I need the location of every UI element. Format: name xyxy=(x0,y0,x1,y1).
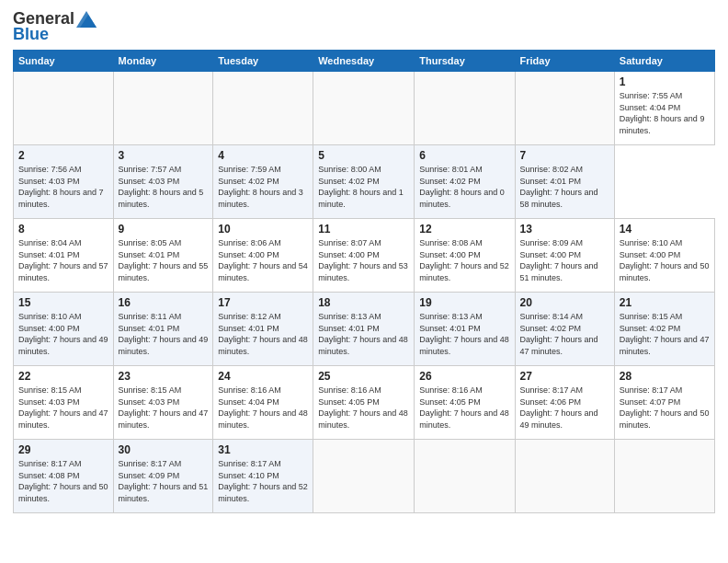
day-info: Sunrise: 8:16 AMSunset: 4:05 PMDaylight:… xyxy=(318,385,408,430)
day-number: 22 xyxy=(18,370,108,383)
calendar-week-row: 1 Sunrise: 7:55 AMSunset: 4:04 PMDayligh… xyxy=(14,72,715,145)
day-info: Sunrise: 8:15 AMSunset: 4:03 PMDaylight:… xyxy=(119,385,209,430)
day-info: Sunrise: 8:16 AMSunset: 4:04 PMDaylight:… xyxy=(218,385,308,430)
calendar-day-cell xyxy=(515,72,614,145)
calendar-week-row: 2 Sunrise: 7:56 AMSunset: 4:03 PMDayligh… xyxy=(14,145,715,219)
calendar-day-cell: 10 Sunrise: 8:06 AMSunset: 4:00 PMDaylig… xyxy=(213,219,313,293)
day-info: Sunrise: 8:07 AMSunset: 4:00 PMDaylight:… xyxy=(318,238,408,282)
day-of-week-header: Friday xyxy=(515,51,614,72)
day-number: 13 xyxy=(520,223,609,236)
day-info: Sunrise: 7:59 AMSunset: 4:02 PMDaylight:… xyxy=(218,165,303,209)
day-of-week-header: Saturday xyxy=(614,51,714,72)
day-number: 3 xyxy=(119,149,209,162)
calendar-week-row: 22 Sunrise: 8:15 AMSunset: 4:03 PMDaylig… xyxy=(14,366,715,440)
calendar-day-cell: 17 Sunrise: 8:12 AMSunset: 4:01 PMDaylig… xyxy=(213,293,313,366)
calendar-day-cell xyxy=(14,72,114,145)
day-info: Sunrise: 8:16 AMSunset: 4:05 PMDaylight:… xyxy=(419,385,509,430)
calendar-day-cell: 14 Sunrise: 8:10 AMSunset: 4:00 PMDaylig… xyxy=(614,219,714,293)
day-info: Sunrise: 8:17 AMSunset: 4:07 PMDaylight:… xyxy=(620,385,710,430)
calendar-week-row: 8 Sunrise: 8:04 AMSunset: 4:01 PMDayligh… xyxy=(14,219,715,293)
day-info: Sunrise: 7:56 AMSunset: 4:03 PMDaylight:… xyxy=(18,165,104,209)
day-of-week-header: Tuesday xyxy=(213,51,313,72)
day-info: Sunrise: 7:57 AMSunset: 4:03 PMDaylight:… xyxy=(119,165,204,209)
day-number: 4 xyxy=(218,149,308,162)
calendar-table: SundayMondayTuesdayWednesdayThursdayFrid… xyxy=(13,50,715,513)
calendar-day-cell: 20 Sunrise: 8:14 AMSunset: 4:02 PMDaylig… xyxy=(515,293,614,366)
day-number: 2 xyxy=(18,149,108,162)
calendar-day-cell xyxy=(113,72,213,145)
day-number: 11 xyxy=(318,223,409,236)
calendar-day-cell: 5 Sunrise: 8:00 AMSunset: 4:02 PMDayligh… xyxy=(313,145,415,219)
day-info: Sunrise: 8:15 AMSunset: 4:03 PMDaylight:… xyxy=(18,385,108,430)
calendar-day-cell: 15 Sunrise: 8:10 AMSunset: 4:00 PMDaylig… xyxy=(14,293,114,366)
day-info: Sunrise: 8:15 AMSunset: 4:02 PMDaylight:… xyxy=(620,312,710,356)
day-info: Sunrise: 7:55 AMSunset: 4:04 PMDaylight:… xyxy=(620,91,705,135)
day-of-week-header: Thursday xyxy=(415,51,515,72)
day-number: 9 xyxy=(119,223,209,236)
calendar-day-cell: 11 Sunrise: 8:07 AMSunset: 4:00 PMDaylig… xyxy=(313,219,415,293)
day-info: Sunrise: 8:11 AMSunset: 4:01 PMDaylight:… xyxy=(119,312,209,356)
day-number: 30 xyxy=(119,443,209,456)
day-number: 16 xyxy=(119,296,209,309)
logo-blue-text: Blue xyxy=(13,25,49,44)
day-of-week-header: Monday xyxy=(113,51,213,72)
day-number: 28 xyxy=(620,370,710,383)
day-number: 18 xyxy=(318,296,409,309)
calendar-day-cell: 31 Sunrise: 8:17 AMSunset: 4:10 PMDaylig… xyxy=(213,440,313,513)
logo-icon xyxy=(76,11,97,28)
day-number: 21 xyxy=(620,296,710,309)
calendar-day-cell xyxy=(313,440,415,513)
calendar-day-cell xyxy=(515,440,614,513)
calendar-day-cell: 29 Sunrise: 8:17 AMSunset: 4:08 PMDaylig… xyxy=(14,440,114,513)
day-number: 8 xyxy=(18,223,108,236)
day-number: 1 xyxy=(620,75,710,88)
calendar-day-cell: 22 Sunrise: 8:15 AMSunset: 4:03 PMDaylig… xyxy=(14,366,114,440)
calendar-day-cell: 12 Sunrise: 8:08 AMSunset: 4:00 PMDaylig… xyxy=(415,219,515,293)
day-number: 12 xyxy=(419,223,509,236)
calendar-day-cell: 24 Sunrise: 8:16 AMSunset: 4:04 PMDaylig… xyxy=(213,366,313,440)
calendar-day-cell: 1 Sunrise: 7:55 AMSunset: 4:04 PMDayligh… xyxy=(614,72,714,145)
day-info: Sunrise: 8:17 AMSunset: 4:08 PMDaylight:… xyxy=(18,459,108,503)
logo: General Blue xyxy=(13,9,97,44)
day-number: 5 xyxy=(318,149,409,162)
day-info: Sunrise: 8:17 AMSunset: 4:09 PMDaylight:… xyxy=(119,459,209,503)
day-info: Sunrise: 8:00 AMSunset: 4:02 PMDaylight:… xyxy=(318,165,404,209)
calendar-week-row: 29 Sunrise: 8:17 AMSunset: 4:08 PMDaylig… xyxy=(14,440,715,513)
day-number: 31 xyxy=(218,443,308,456)
day-info: Sunrise: 8:17 AMSunset: 4:10 PMDaylight:… xyxy=(218,459,308,503)
calendar-day-cell: 2 Sunrise: 7:56 AMSunset: 4:03 PMDayligh… xyxy=(14,145,114,219)
day-number: 29 xyxy=(18,443,108,456)
calendar-day-cell xyxy=(614,440,714,513)
day-number: 26 xyxy=(419,370,509,383)
calendar-day-cell: 27 Sunrise: 8:17 AMSunset: 4:06 PMDaylig… xyxy=(515,366,614,440)
day-number: 17 xyxy=(218,296,308,309)
calendar-day-cell xyxy=(213,72,313,145)
day-info: Sunrise: 8:12 AMSunset: 4:01 PMDaylight:… xyxy=(218,312,308,356)
day-info: Sunrise: 8:17 AMSunset: 4:06 PMDaylight:… xyxy=(520,385,598,430)
day-number: 10 xyxy=(218,223,308,236)
calendar-day-cell: 8 Sunrise: 8:04 AMSunset: 4:01 PMDayligh… xyxy=(14,219,114,293)
day-number: 25 xyxy=(318,370,409,383)
day-number: 6 xyxy=(419,149,509,162)
calendar-week-row: 15 Sunrise: 8:10 AMSunset: 4:00 PMDaylig… xyxy=(14,293,715,366)
day-of-week-header: Wednesday xyxy=(313,51,415,72)
calendar-day-cell: 19 Sunrise: 8:13 AMSunset: 4:01 PMDaylig… xyxy=(415,293,515,366)
calendar-day-cell: 23 Sunrise: 8:15 AMSunset: 4:03 PMDaylig… xyxy=(113,366,213,440)
day-number: 24 xyxy=(218,370,308,383)
day-info: Sunrise: 8:10 AMSunset: 4:00 PMDaylight:… xyxy=(18,312,108,356)
day-number: 15 xyxy=(18,296,108,309)
day-number: 19 xyxy=(419,296,509,309)
day-info: Sunrise: 8:13 AMSunset: 4:01 PMDaylight:… xyxy=(318,312,408,356)
day-info: Sunrise: 8:08 AMSunset: 4:00 PMDaylight:… xyxy=(419,238,509,282)
calendar-day-cell: 9 Sunrise: 8:05 AMSunset: 4:01 PMDayligh… xyxy=(113,219,213,293)
calendar-day-cell: 3 Sunrise: 7:57 AMSunset: 4:03 PMDayligh… xyxy=(113,145,213,219)
calendar-body: 1 Sunrise: 7:55 AMSunset: 4:04 PMDayligh… xyxy=(14,72,715,513)
day-info: Sunrise: 8:04 AMSunset: 4:01 PMDaylight:… xyxy=(18,238,108,282)
day-number: 14 xyxy=(620,223,710,236)
calendar-day-cell: 21 Sunrise: 8:15 AMSunset: 4:02 PMDaylig… xyxy=(614,293,714,366)
calendar-day-cell: 16 Sunrise: 8:11 AMSunset: 4:01 PMDaylig… xyxy=(113,293,213,366)
day-info: Sunrise: 8:13 AMSunset: 4:01 PMDaylight:… xyxy=(419,312,509,356)
day-number: 20 xyxy=(520,296,609,309)
day-info: Sunrise: 8:09 AMSunset: 4:00 PMDaylight:… xyxy=(520,238,598,282)
calendar-page: General Blue SundayMondayTuesdayWednesda… xyxy=(0,0,728,563)
